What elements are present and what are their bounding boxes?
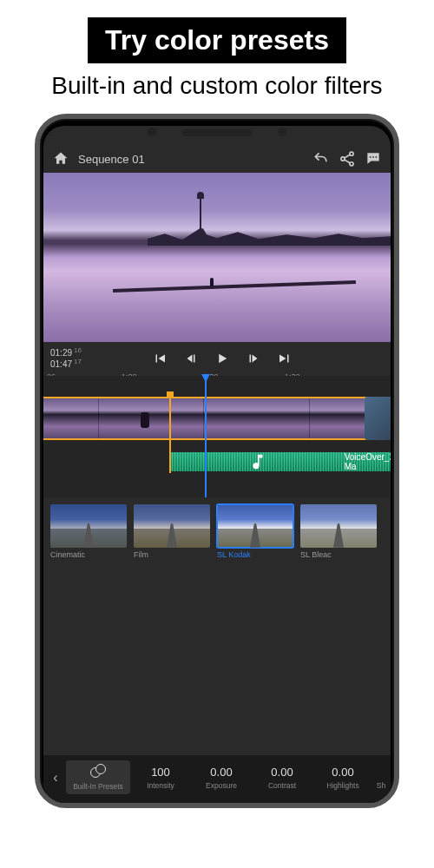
param-value: 0.00 — [332, 766, 353, 779]
playhead[interactable] — [205, 376, 207, 497]
promo-subtitle: Built-in and custom color filters — [0, 72, 434, 100]
transport-bar: 01:2916 01:4717 — [43, 342, 391, 369]
preset-label: SL Bleac — [300, 550, 377, 559]
undo-icon[interactable] — [312, 150, 330, 168]
param-value: 0.00 — [271, 766, 293, 779]
frame-forward-icon[interactable] — [246, 351, 261, 366]
timecode-display: 01:2916 01:4717 — [50, 347, 82, 369]
svg-point-3 — [370, 156, 372, 158]
timeline-ruler[interactable]: 26 1:28 1:30 1:32 — [43, 369, 391, 374]
edit-marker[interactable] — [169, 397, 171, 473]
comment-icon[interactable] — [365, 150, 382, 168]
preview-decoration — [210, 278, 214, 286]
preset-label: SL Kodak — [217, 550, 293, 559]
share-icon[interactable] — [339, 150, 356, 168]
phone-notch — [182, 129, 252, 136]
preset-thumbnail — [300, 504, 377, 548]
param-label: Intensity — [147, 781, 174, 790]
video-preview[interactable] — [43, 173, 391, 342]
svg-point-5 — [376, 156, 378, 158]
timeline[interactable]: VoiceOver_2020-Ma — [43, 376, 391, 497]
video-clip[interactable] — [204, 398, 310, 438]
preview-decoration — [113, 280, 356, 293]
param-exposure[interactable]: 0.00 Exposure — [191, 766, 252, 790]
current-frame: 16 — [74, 346, 82, 354]
video-clip[interactable] — [99, 398, 205, 438]
play-icon[interactable] — [214, 351, 230, 366]
skyline-decoration — [43, 228, 391, 246]
param-intensity[interactable]: 100 Intensity — [130, 766, 191, 790]
param-contrast[interactable]: 0.00 Contrast — [252, 766, 312, 790]
video-clip[interactable] — [365, 397, 391, 440]
preset-sl-bleach[interactable]: SL Bleac — [300, 504, 377, 559]
preset-strip: Cinematic Film SL Kodak SL Bleac — [43, 497, 391, 561]
param-label: Sh — [377, 781, 385, 790]
phone-frame: Sequence 01 01:2916 01:4717 — [35, 114, 399, 808]
home-icon[interactable] — [52, 150, 69, 168]
param-value — [379, 766, 383, 779]
parameter-bar: ‹ Built-In Presets 100 Intensity 0.00 Ex… — [43, 755, 391, 803]
app-screen: Sequence 01 01:2916 01:4717 — [43, 126, 391, 803]
promo-title: Try color presets — [88, 17, 346, 63]
preset-film[interactable]: Film — [134, 504, 210, 559]
video-track[interactable] — [43, 397, 391, 440]
param-value: 0.00 — [210, 766, 232, 779]
preset-thumbnail — [134, 504, 210, 548]
preset-label: Film — [134, 550, 210, 559]
back-chevron-icon[interactable]: ‹ — [45, 770, 66, 786]
param-highlights[interactable]: 0.00 Highlights — [312, 766, 373, 790]
preset-thumbnail — [50, 504, 127, 548]
current-time: 01:29 — [50, 349, 72, 358]
video-clip[interactable] — [43, 398, 99, 438]
preset-label: Cinematic — [50, 550, 127, 559]
audio-clip[interactable]: VoiceOver_2020-Ma — [169, 452, 391, 471]
preset-sl-kodak[interactable]: SL Kodak — [217, 504, 293, 559]
preset-cinematic[interactable]: Cinematic — [50, 504, 127, 559]
builtin-presets-button[interactable]: Built-In Presets — [66, 760, 130, 794]
skip-end-icon[interactable] — [277, 351, 293, 366]
param-shadows[interactable]: Sh — [373, 766, 389, 790]
param-label: Highlights — [326, 781, 358, 790]
param-label: Exposure — [206, 781, 237, 790]
skyline-decoration — [200, 197, 201, 232]
presets-icon — [90, 764, 106, 779]
skip-start-icon[interactable] — [152, 351, 168, 366]
end-time: 01:47 — [50, 359, 72, 369]
param-label: Contrast — [268, 781, 296, 790]
svg-point-4 — [372, 156, 374, 158]
end-frame: 17 — [74, 358, 82, 365]
frame-back-icon[interactable] — [183, 351, 199, 366]
sequence-title[interactable]: Sequence 01 — [78, 153, 304, 166]
param-value: 100 — [151, 766, 170, 779]
param-label: Built-In Presets — [73, 782, 123, 791]
preset-thumbnail — [217, 504, 293, 548]
audio-clip-name: VoiceOver_2020-Ma — [345, 452, 391, 471]
